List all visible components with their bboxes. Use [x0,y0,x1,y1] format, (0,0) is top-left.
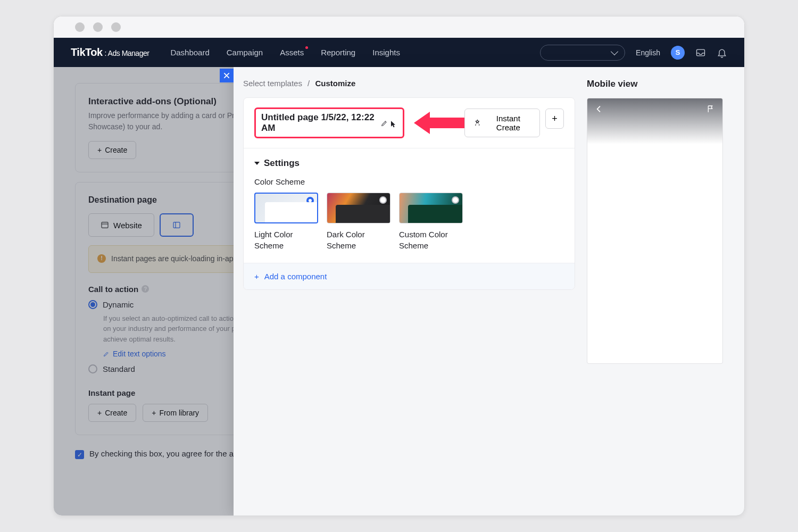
color-scheme-heading: Color Scheme [254,177,564,186]
nav-assets[interactable]: Assets [280,48,304,57]
nav-dashboard[interactable]: Dashboard [170,48,209,57]
nav-campaign[interactable]: Campaign [227,48,263,57]
nav-badge [305,46,308,49]
pencil-icon [381,119,388,127]
avatar[interactable]: S [671,46,685,60]
editor-card: Untitled page 1/5/22, 12:22 AM [243,97,575,290]
title-left: Untitled page 1/5/22, 12:22 AM [254,107,464,138]
topbar-right: English S [540,45,727,61]
scheme-light[interactable]: Light Color Scheme [254,193,318,251]
add-component-label: Add a component [264,272,327,281]
primary-nav: Dashboard Campaign Assets Reporting Insi… [170,48,400,57]
breadcrumb-sep: / [307,79,310,88]
brand-name: TikTok [71,46,103,58]
back-icon[interactable] [595,105,603,113]
breadcrumb-customize: Customize [315,79,355,88]
window-dot [75,22,85,32]
browser-chrome [54,16,744,38]
bell-icon[interactable] [717,47,727,58]
window-dot [111,22,121,32]
app: TikTok: Ads Manager Dashboard Campaign A… [54,38,744,516]
language-switch[interactable]: English [636,48,660,57]
svg-rect-0 [697,49,705,56]
account-dropdown[interactable] [540,45,625,61]
radio-icon [379,196,387,204]
customize-panel: Select templates / Customize Untitled pa… [234,67,744,516]
scheme-dark-swatch [327,193,390,223]
caret-down-icon [254,162,260,165]
brand-sub: : Ads Manager [105,49,149,57]
title-row: Untitled page 1/5/22, 12:22 AM [244,98,575,148]
scheme-custom-label: Custom Color Scheme [399,229,463,251]
scheme-dark[interactable]: Dark Color Scheme [327,193,390,251]
close-icon [222,71,231,80]
inbox-icon[interactable] [695,47,706,58]
radio-selected-icon [306,197,314,204]
mobile-view-heading: Mobile view [587,79,733,89]
title-actions: Instant Create + [464,109,564,137]
breadcrumb-select-templates[interactable]: Select templates [243,79,302,88]
page-title-edit[interactable]: Untitled page 1/5/22, 12:22 AM [254,107,404,138]
magic-icon [473,119,481,127]
color-scheme-row: Light Color Scheme Dark Color Scheme Cus… [254,193,564,251]
preview-column: Mobile view [585,67,744,516]
mobile-preview-header [587,98,722,144]
scheme-custom[interactable]: Custom Color Scheme [399,193,463,251]
flag-icon[interactable] [706,105,715,113]
topbar: TikTok: Ads Manager Dashboard Campaign A… [54,38,744,67]
scheme-dark-label: Dark Color Scheme [327,229,390,251]
callout-arrow [414,109,464,137]
page-title: Untitled page 1/5/22, 12:22 AM [261,112,377,134]
plus-icon: + [552,113,558,124]
nav-assets-label: Assets [280,48,304,57]
scheme-light-swatch [254,193,318,223]
mobile-preview [587,98,723,364]
instant-create-label: Instant Create [486,114,531,132]
scheme-custom-swatch [399,193,463,223]
radio-icon [452,196,459,204]
settings-block: Settings Color Scheme Light Color Scheme… [244,148,575,263]
scheme-light-label: Light Color Scheme [254,229,318,251]
window-dot [93,22,103,32]
browser-frame: TikTok: Ads Manager Dashboard Campaign A… [53,16,745,516]
chevron-down-icon [611,47,618,55]
editor-column: Select templates / Customize Untitled pa… [234,67,585,516]
brand-logo: TikTok: Ads Manager [71,46,149,59]
cursor-icon [389,120,397,129]
breadcrumb: Select templates / Customize [243,79,575,88]
nav-reporting[interactable]: Reporting [321,48,355,57]
nav-insights[interactable]: Insights [372,48,400,57]
settings-toggle[interactable]: Settings [254,158,564,169]
settings-heading-label: Settings [264,158,300,169]
add-component-button[interactable]: + Add a component [244,263,575,289]
add-button[interactable]: + [545,109,564,129]
close-button[interactable] [220,69,234,82]
plus-icon: + [254,272,259,281]
instant-create-button[interactable]: Instant Create [464,109,540,137]
